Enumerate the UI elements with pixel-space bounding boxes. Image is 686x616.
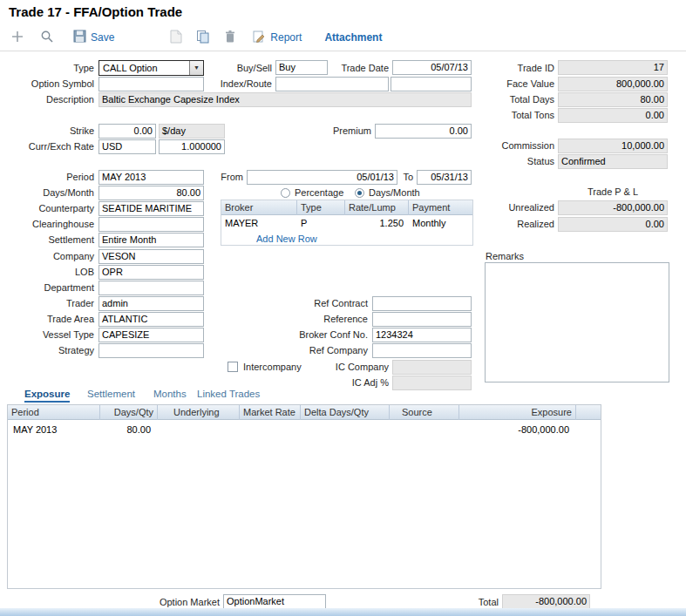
strategy-input[interactable]: [98, 343, 204, 358]
clearinghouse-label: Clearinghouse: [7, 217, 94, 232]
from-label: From: [213, 170, 243, 185]
tab-linked-trades[interactable]: Linked Trades: [197, 389, 260, 403]
index-route-input-2[interactable]: [391, 77, 472, 91]
report-button[interactable]: Report: [252, 30, 302, 46]
bottom-strip: [0, 608, 686, 616]
exposure-cell[interactable]: -800,000.00: [459, 422, 573, 437]
trade-area-label: Trade Area: [7, 312, 94, 327]
vessel-type-input[interactable]: CAPESIZE: [98, 328, 204, 342]
total-tons-field: 0.00: [558, 108, 668, 123]
intercompany-checkbox[interactable]: [228, 362, 238, 372]
company-input[interactable]: VESON: [98, 249, 204, 264]
save-button[interactable]: Save: [73, 30, 114, 45]
option-symbol-input[interactable]: [98, 77, 204, 91]
broker-col-header: Broker: [221, 200, 297, 215]
premium-input[interactable]: 0.00: [375, 124, 472, 139]
counterparty-label: Counterparty: [7, 201, 94, 216]
buy-sell-input[interactable]: Buy: [275, 60, 328, 75]
days-month-radio[interactable]: [355, 188, 364, 198]
type-select[interactable]: CALL Option ▼: [98, 60, 204, 76]
type-col-header: Type: [297, 200, 345, 215]
chevron-down-icon[interactable]: ▼: [189, 61, 203, 75]
type-value: CALL Option: [103, 63, 158, 73]
rate-lump-cell[interactable]: 1.250: [345, 215, 407, 231]
search-button[interactable]: [40, 30, 54, 46]
broker-conf-no-input[interactable]: 1234324: [372, 328, 472, 342]
trade-date-label: Trade Date: [329, 61, 389, 76]
trade-date-input[interactable]: 05/07/13: [392, 60, 472, 75]
delta-days-qty-cell[interactable]: [301, 422, 390, 437]
reference-label: Reference: [288, 312, 368, 327]
remarks-textarea[interactable]: [485, 262, 669, 382]
underlying-col-header: Underlying: [158, 405, 240, 420]
option-symbol-label: Option Symbol: [7, 77, 94, 91]
company-label: Company: [7, 249, 94, 264]
lob-input[interactable]: OPR: [98, 265, 204, 280]
page-title: Trade 17 - FFA/Option Trade: [9, 4, 182, 19]
option-market-input[interactable]: OptionMarket: [223, 594, 326, 609]
broker-cell[interactable]: MAYER: [221, 215, 297, 231]
percentage-radio-label: Percentage: [295, 186, 349, 200]
toolbar: Save Report Attachment: [0, 25, 686, 50]
broker-table-header: Broker Type Rate/Lump Payment: [221, 200, 472, 215]
percentage-radio[interactable]: [281, 188, 290, 198]
total-field: -800,000.00: [502, 594, 590, 609]
toolbar-separator: [0, 51, 686, 51]
new-document-button[interactable]: [170, 30, 182, 46]
trader-input[interactable]: admin: [98, 296, 204, 311]
tab-settlement[interactable]: Settlement: [87, 389, 135, 403]
department-input[interactable]: [98, 281, 204, 295]
broker-type-cell[interactable]: P: [297, 215, 345, 231]
lob-label: LOB: [7, 265, 94, 280]
attachment-label: Attachment: [324, 31, 382, 44]
days-month-label: Days/Month: [7, 186, 94, 200]
reference-input[interactable]: [372, 312, 472, 327]
index-route-input-1[interactable]: [275, 77, 389, 91]
market-rate-cell[interactable]: [240, 422, 301, 437]
new-button[interactable]: [10, 30, 24, 46]
counterparty-input[interactable]: SEATIDE MARITIME: [98, 201, 204, 216]
copy-icon: [196, 30, 210, 46]
from-date-input[interactable]: 05/01/13: [247, 170, 397, 185]
filler-col-header: [576, 405, 602, 420]
report-icon: [252, 30, 266, 46]
strike-input[interactable]: 0.00: [98, 124, 156, 139]
add-new-row-link[interactable]: Add New Row: [253, 231, 357, 247]
realized-field: 0.00: [558, 217, 668, 232]
realized-label: Realized: [488, 217, 554, 232]
source-col-header: Source: [390, 405, 459, 420]
exposure-table: Period Days/Qty Underlying Market Rate D…: [7, 404, 601, 589]
ref-company-input[interactable]: [372, 343, 472, 358]
exposure-table-header: Period Days/Qty Underlying Market Rate D…: [8, 405, 601, 420]
delete-button[interactable]: [224, 30, 236, 46]
settlement-input[interactable]: Entire Month: [98, 233, 204, 247]
ref-company-label: Ref Company: [288, 343, 368, 358]
vessel-type-label: Vessel Type: [7, 328, 94, 342]
copy-button[interactable]: [196, 30, 210, 46]
trade-area-input[interactable]: ATLANTIC: [98, 312, 204, 327]
status-field: Confirmed: [558, 154, 668, 169]
source-cell[interactable]: [390, 422, 459, 437]
trade-id-label: Trade ID: [488, 61, 554, 76]
payment-cell[interactable]: Monthly: [409, 215, 474, 231]
period-cell[interactable]: MAY 2013: [10, 422, 100, 437]
underlying-cell[interactable]: [158, 422, 240, 437]
period-input[interactable]: MAY 2013: [98, 170, 204, 185]
tab-exposure[interactable]: Exposure: [24, 389, 70, 403]
clearinghouse-input[interactable]: [98, 217, 204, 232]
currency-input[interactable]: USD: [98, 139, 156, 154]
days-month-input[interactable]: 80.00: [98, 186, 204, 200]
total-tons-label: Total Tons: [488, 108, 554, 123]
tab-months[interactable]: Months: [153, 389, 187, 403]
buy-sell-label: Buy/Sell: [209, 61, 272, 76]
commission-label: Commission: [488, 139, 554, 153]
days-qty-cell[interactable]: 80.00: [100, 422, 154, 437]
to-date-input[interactable]: 05/31/13: [417, 170, 472, 185]
exchange-rate-input[interactable]: 1.000000: [159, 139, 225, 154]
ref-contract-input[interactable]: [372, 296, 472, 311]
plus-icon: [10, 30, 24, 46]
curr-exch-rate-label: Curr/Exch Rate: [7, 139, 94, 154]
trash-icon: [224, 30, 236, 46]
attachment-button[interactable]: Attachment: [324, 31, 382, 44]
settlement-label: Settlement: [7, 233, 94, 247]
